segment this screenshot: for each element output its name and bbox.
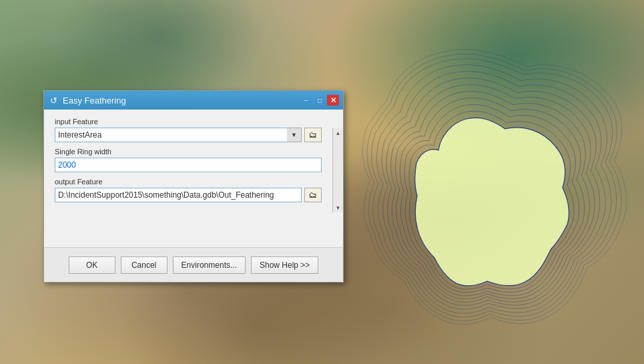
single-ring-width-input[interactable] xyxy=(55,158,322,172)
dialog-title: Easy Feathering xyxy=(63,96,126,106)
input-feature-dropdown-arrow[interactable]: ▼ xyxy=(287,128,302,142)
output-feature-label: output Feature xyxy=(55,178,322,186)
input-feature-label: input Feature xyxy=(55,118,322,126)
dialog-footer: OK Cancel Environments... Show Help >> xyxy=(44,247,343,282)
input-feature-combo-wrapper: ▼ xyxy=(55,128,302,142)
dialog-app-icon: ↺ xyxy=(48,95,59,106)
dialog-body: input Feature ▼ 🗂 Single Ring width outp… xyxy=(44,110,332,247)
single-ring-width-label: Single Ring width xyxy=(55,148,322,156)
environments-button[interactable]: Environments... xyxy=(173,256,246,274)
output-feature-folder-button[interactable]: 🗂 xyxy=(304,188,322,202)
dialog-window-controls: − □ ✕ xyxy=(300,95,339,106)
input-feature-input[interactable] xyxy=(55,128,302,142)
feathering-visualization xyxy=(347,20,627,341)
show-help-button[interactable]: Show Help >> xyxy=(251,256,318,274)
ok-button[interactable]: OK xyxy=(69,256,115,274)
titlebar-left: ↺ Easy Feathering xyxy=(48,95,126,106)
input-feature-folder-button[interactable]: 🗂 xyxy=(304,128,322,142)
easy-feathering-dialog: ↺ Easy Feathering − □ ✕ input Feature ▼ … xyxy=(43,90,344,283)
dialog-titlebar: ↺ Easy Feathering − □ ✕ xyxy=(44,91,343,110)
scroll-up-arrow[interactable]: ▲ xyxy=(334,128,342,138)
input-feature-row: ▼ 🗂 xyxy=(55,128,322,142)
output-feature-input[interactable] xyxy=(55,188,302,202)
close-button[interactable]: ✕ xyxy=(327,95,339,106)
output-feature-row: 🗂 xyxy=(55,188,322,202)
maximize-button[interactable]: □ xyxy=(314,95,326,106)
body-spacer xyxy=(55,202,322,239)
cancel-button[interactable]: Cancel xyxy=(121,256,168,274)
minimize-button[interactable]: − xyxy=(300,95,312,106)
dialog-scrollbar[interactable]: ▲ ▼ xyxy=(332,128,343,212)
scroll-down-arrow[interactable]: ▼ xyxy=(334,203,342,212)
